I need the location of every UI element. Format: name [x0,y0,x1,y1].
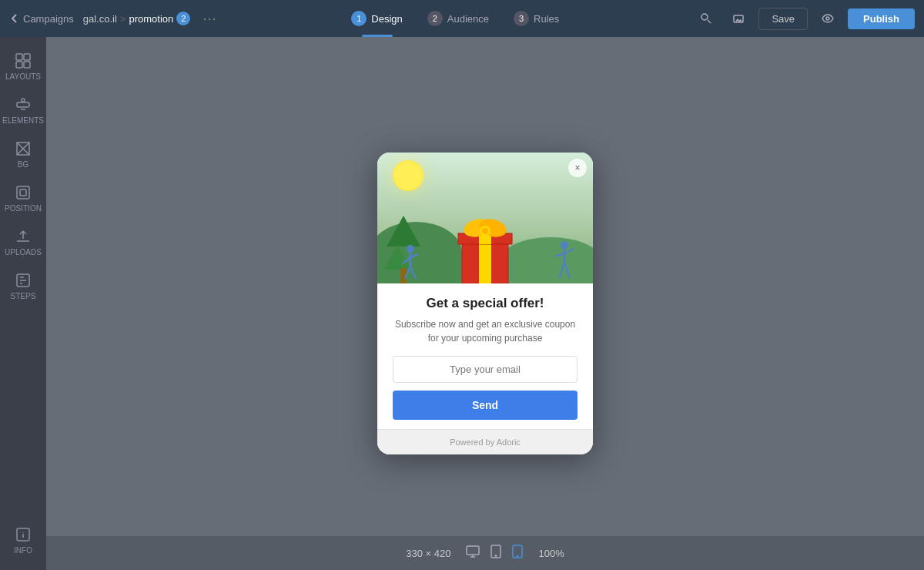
desktop-icon[interactable] [466,545,480,562]
svg-rect-7 [17,102,29,107]
preview-icon-button[interactable] [726,6,751,31]
sidebar-elements-label: ELEMENTS [2,116,44,125]
bottom-bar: 330 × 420 [46,536,924,570]
svg-rect-10 [20,189,26,196]
step-audience[interactable]: 2 Audience [415,11,501,26]
sidebar-item-uploads[interactable]: UPLOADS [3,222,43,263]
nav-steps: 1 Design 2 Audience 3 Rules [339,11,571,26]
gift-box-illustration [450,206,520,283]
illustration-sun [393,160,424,191]
popup-email-input[interactable] [393,356,578,383]
svg-point-21 [482,228,488,234]
popup-close-button[interactable]: × [568,159,587,177]
figure-left [399,243,422,282]
svg-line-30 [555,253,564,256]
sidebar-layouts-label: LAYOUTS [5,72,41,81]
svg-rect-3 [16,54,22,60]
canvas-area: × Get a special offer! Subscribe now and… [46,37,924,570]
popup-illustration: × [377,153,593,283]
size-label: 330 × 420 [406,548,450,559]
svg-line-33 [564,263,570,278]
zoom-label: 100% [538,548,564,559]
breadcrumb-badge: 2 [176,12,190,25]
breadcrumb-page: promotion [129,13,173,25]
svg-point-38 [517,555,519,557]
svg-rect-9 [17,186,29,199]
main-area: LAYOUTS ELEMENTS BG POSITION [0,37,924,570]
key-icon-button[interactable] [694,6,718,31]
popup-preview: × Get a special offer! Subscribe now and… [377,153,593,454]
step2-label: Audience [447,13,489,25]
svg-line-27 [410,267,416,279]
back-button[interactable]: Campaigns [9,13,74,25]
more-options-button[interactable]: ⋯ [203,10,216,27]
svg-rect-34 [467,546,479,555]
svg-point-28 [561,241,568,249]
eye-icon-button[interactable] [815,6,840,31]
step-rules[interactable]: 3 Rules [501,11,571,26]
popup-send-button[interactable]: Send [393,391,578,420]
sidebar-info-label: INFO [14,546,32,555]
svg-point-8 [22,99,25,102]
sidebar-uploads-label: UPLOADS [5,248,42,256]
sidebar-steps-label: STEPS [11,292,36,300]
mobile-icon[interactable] [512,545,523,562]
sidebar-item-layouts[interactable]: LAYOUTS [3,46,43,87]
step3-label: Rules [534,13,559,25]
powered-by-label: Powered by Adoric [450,438,521,447]
device-icons [466,545,523,562]
top-nav: Campaigns gal.co.il > promotion 2 ⋯ 1 De… [0,0,924,37]
tablet-icon[interactable] [489,545,503,562]
sidebar-item-info[interactable]: INFO [3,520,43,561]
svg-line-31 [564,249,574,253]
popup-footer: Powered by Adoric [377,429,593,454]
sidebar-item-steps[interactable]: STEPS [3,266,43,307]
svg-rect-15 [479,241,491,283]
svg-line-32 [559,263,564,278]
svg-point-0 [701,14,708,20]
breadcrumb-sep: > [120,13,126,25]
svg-point-2 [826,17,829,20]
svg-line-26 [405,267,410,279]
svg-rect-6 [24,62,30,68]
figure-right [553,240,576,282]
tree-top-1 [387,216,420,246]
sidebar-item-position[interactable]: POSITION [3,178,43,219]
breadcrumb-site: gal.co.il [83,13,117,25]
step1-label: Design [371,13,402,25]
nav-actions: Save Publish [694,6,915,31]
svg-point-36 [496,555,497,557]
publish-button[interactable]: Publish [848,8,915,29]
sidebar-item-elements[interactable]: ELEMENTS [3,90,43,131]
sidebar-bg-label: BG [18,160,28,169]
svg-rect-4 [24,54,30,60]
step2-num: 2 [427,11,443,26]
popup-content: Get a special offer! Subscribe now and g… [377,283,593,429]
save-button[interactable]: Save [758,8,808,30]
sidebar: LAYOUTS ELEMENTS BG POSITION [0,37,46,570]
step-design[interactable]: 1 Design [339,11,414,26]
sidebar-position-label: POSITION [5,204,42,213]
popup-title: Get a special offer! [393,296,578,311]
svg-point-22 [407,245,414,253]
step1-num: 1 [351,11,367,26]
step3-num: 3 [514,11,529,26]
back-label: Campaigns [23,13,74,25]
popup-subtitle: Subscribe now and get an exclusive coupo… [393,317,578,345]
sidebar-item-bg[interactable]: BG [3,134,43,175]
svg-rect-5 [16,62,22,68]
breadcrumb: gal.co.il > promotion 2 [83,12,190,25]
